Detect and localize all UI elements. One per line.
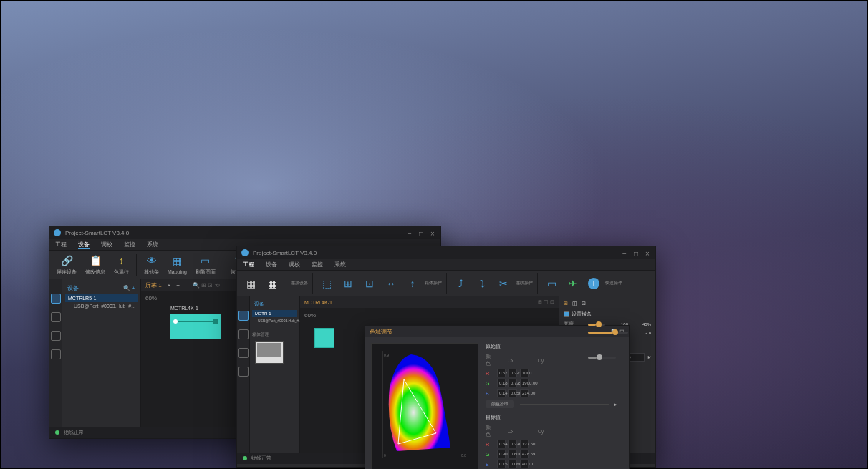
minimize-button[interactable]: − (408, 230, 413, 236)
menu-project[interactable]: 工程 (55, 241, 67, 248)
canvas-tab[interactable]: MCTRL4K-1 (304, 300, 332, 305)
group-toggle[interactable] (564, 311, 569, 317)
status-dot-icon (55, 430, 59, 435)
orig-g-cy[interactable]: 0.7350 (508, 379, 517, 387)
color-pick-button[interactable]: 颜色拾取 (486, 400, 514, 408)
cie-chromaticity-chart[interactable]: 0.9 0 0.8 (371, 343, 478, 469)
rail-icon-2[interactable] (51, 312, 61, 322)
window-title: Project-SmartLCT V3.4.0 (65, 230, 403, 236)
prop-tab-icon[interactable]: ⊞ (564, 301, 568, 306)
tool-wire-3[interactable]: ✂ (494, 276, 513, 291)
tree-child[interactable]: USB@Port_#0003.Hub_#... (65, 302, 138, 310)
tool-connect-device[interactable]: 🔗屏连设备 (54, 253, 79, 277)
titlebar[interactable]: Project-SmartLCT V3.4.0 − □ × (49, 226, 440, 239)
orig-b-cx[interactable]: 0.1490 (497, 389, 506, 397)
window-title: Project-SmartLCT V3.4.0 (253, 250, 618, 256)
menu-system[interactable]: 系统 (147, 241, 158, 248)
prop-tab-icon[interactable]: ◫ (572, 301, 577, 306)
left-rail (237, 296, 250, 453)
screen-label: MCTRL4K-1 (170, 306, 198, 311)
tool-misc[interactable]: 👁其他杂 (141, 253, 162, 277)
orig-g-lv[interactable]: 1900.00 (520, 379, 529, 387)
tool-wire-2[interactable]: ⤵ (473, 276, 491, 291)
cabinet-thumbnail[interactable] (255, 341, 284, 364)
tool-grid-light[interactable]: ▦ (263, 276, 281, 291)
tool-edit-info[interactable]: 📋修改信息 (82, 253, 108, 277)
orig-b-lv[interactable]: 214.00 (520, 389, 529, 397)
rail-icon-1[interactable] (238, 311, 249, 321)
tgt-g-cx[interactable]: 0.3000 (497, 450, 506, 458)
rail-icon-4[interactable] (238, 367, 249, 377)
tgt-r-lv[interactable]: 137.50 (520, 440, 529, 448)
rail-icon-3[interactable] (238, 348, 249, 358)
tgt-r-cy[interactable]: 0.3300 (508, 440, 517, 448)
device-panel: 设备 MCTR-1 USB@Port_#0003.Hub_#... 箱体管理 (250, 296, 300, 453)
tool-wire-1[interactable]: ⤴ (451, 276, 470, 291)
rail-icon-3[interactable] (51, 331, 61, 341)
close-button[interactable]: × (430, 230, 436, 236)
tgt-b-lv[interactable]: 40.10 (520, 460, 529, 468)
tool-refresh[interactable]: ▭刷新图面 (193, 253, 218, 277)
close-button[interactable]: × (645, 250, 651, 256)
zoom-label: 60% (145, 295, 157, 301)
rail-icon-4[interactable] (51, 349, 61, 359)
tgt-g-lv[interactable]: 478.69 (520, 450, 529, 458)
screen-cabinet[interactable]: MCTRL4K-1 (170, 314, 221, 339)
gamma-slider[interactable] (588, 332, 628, 334)
titlebar[interactable]: Project-SmartLCT V3.4.0 − □ × (237, 246, 655, 259)
canvas-tab[interactable]: 屏幕 1 (145, 281, 162, 289)
menu-adjust[interactable]: 调校 (289, 261, 300, 269)
tool-cab-3[interactable]: ⊡ (360, 276, 379, 291)
target-values-header: 目标值 (486, 414, 623, 421)
tool-cab-1[interactable]: ⬚ (317, 276, 336, 291)
brightness-slider[interactable] (588, 324, 605, 326)
canvas-area[interactable]: MCTRL4K-1 ⊞ ◫ ⊡ 60% 色域调节🔍 ⊞ (300, 296, 559, 453)
menu-monitor[interactable]: 监控 (312, 261, 323, 269)
tool-cab-5[interactable]: ↕ (403, 276, 422, 291)
tool-quick-2[interactable]: ✈ (564, 276, 582, 291)
maximize-button[interactable]: □ (634, 250, 640, 256)
toolbar-group-label: 连接设备 (291, 280, 308, 286)
device-panel-header: 设备🔍 + (65, 282, 138, 294)
tool-quick-1[interactable]: ▭ (542, 276, 561, 291)
screen-cabinet[interactable] (314, 328, 334, 348)
menu-project[interactable]: 工程 (243, 261, 254, 269)
orig-r-lv[interactable]: 1000 (520, 369, 529, 377)
tool-color-temp[interactable]: ↕色温行 (111, 253, 132, 277)
colortemp-slider[interactable] (588, 357, 616, 359)
orig-r-cy[interactable]: 0.3230 (508, 369, 517, 377)
maximize-button[interactable]: □ (419, 230, 425, 236)
tab-add-icon[interactable]: + (176, 282, 180, 289)
menu-monitor[interactable]: 监控 (124, 241, 135, 248)
orig-g-cx[interactable]: 0.1830 (497, 379, 506, 387)
tool-grid-dark[interactable]: ▦ (241, 276, 260, 291)
tool-cab-2[interactable]: ⊞ (339, 276, 357, 291)
window-smartlct-front: Project-SmartLCT V3.4.0 − □ × 工程 设备 调校 监… (236, 246, 656, 468)
prop-tab-icon[interactable]: ⊡ (582, 301, 586, 306)
orig-b-cy[interactable]: 0.0560 (508, 389, 517, 397)
svg-text:0: 0 (384, 453, 386, 458)
tool-quick-3[interactable]: + (585, 276, 602, 291)
tool-mapping[interactable]: ▦Mapping (165, 253, 190, 276)
tool-cab-4[interactable]: ↔ (382, 276, 400, 291)
menu-system[interactable]: 系统 (334, 261, 346, 269)
minimize-button[interactable]: − (622, 250, 628, 256)
zoom-label: 60% (304, 312, 316, 319)
tree-root[interactable]: MCTR-1 (252, 310, 297, 317)
menu-adjust[interactable]: 调校 (101, 241, 112, 248)
rail-icon-1[interactable] (51, 294, 61, 304)
tree-child[interactable]: USB@Port_#0003.Hub_#... (252, 317, 297, 324)
status-text: 物线正常 (64, 429, 84, 436)
rail-icon-2[interactable] (238, 329, 249, 339)
tree-root[interactable]: MCTRLR5-1 (65, 294, 138, 302)
tgt-b-cy[interactable]: 0.0600 (508, 460, 517, 468)
status-text: 物线正常 (251, 455, 271, 462)
menu-device[interactable]: 设备 (78, 241, 90, 249)
tab-close-icon[interactable]: × (168, 282, 171, 289)
tgt-g-cy[interactable]: 0.6000 (508, 450, 517, 458)
tgt-r-cx[interactable]: 0.6400 (497, 440, 506, 448)
orig-r-cx[interactable]: 0.6720 (497, 369, 506, 377)
tgt-b-cx[interactable]: 0.1500 (497, 460, 506, 468)
menu-device[interactable]: 设备 (266, 261, 277, 269)
svg-text:0.8: 0.8 (461, 453, 466, 458)
